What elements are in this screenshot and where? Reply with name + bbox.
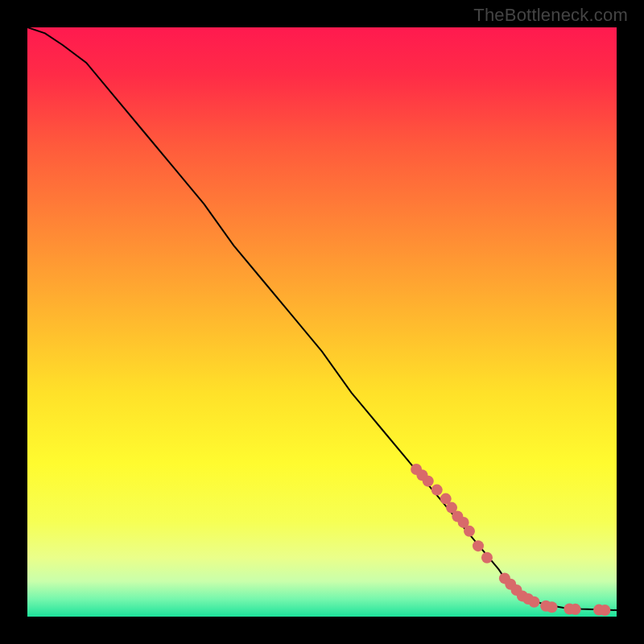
marker-point bbox=[599, 605, 610, 616]
marker-point bbox=[464, 526, 475, 537]
marker-point bbox=[529, 597, 540, 608]
gradient-background bbox=[27, 27, 617, 617]
chart-stage: TheBottleneck.com bbox=[0, 0, 644, 644]
plot-area bbox=[27, 27, 617, 617]
marker-point bbox=[570, 604, 581, 615]
marker-point bbox=[431, 485, 443, 496]
watermark-text: TheBottleneck.com bbox=[473, 5, 628, 26]
marker-point bbox=[481, 552, 493, 564]
marker-point bbox=[546, 601, 557, 613]
marker-point bbox=[473, 540, 484, 551]
marker-point bbox=[423, 476, 434, 487]
chart-svg bbox=[27, 27, 617, 617]
